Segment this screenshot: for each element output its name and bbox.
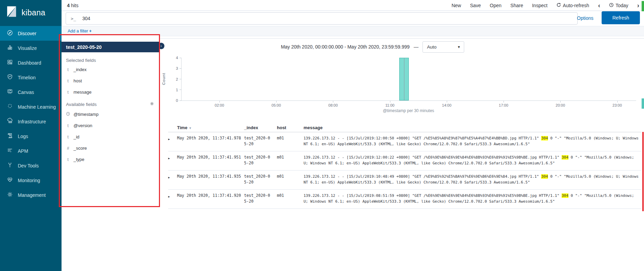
search-query-text: 304 — [82, 16, 90, 21]
chart-time-range: May 20th 2020, 00:00:00.000 - May 20th 2… — [281, 44, 410, 50]
sort-caret-icon: ▼ — [189, 126, 192, 130]
field-name: _id — [73, 134, 79, 139]
sidebar-item-canvas[interactable]: Canvas — [0, 85, 62, 99]
y-tick-label: 3 — [166, 66, 178, 70]
expand-row-button[interactable]: ▶ — [168, 154, 177, 161]
sidebar-item-label: Monitoring — [18, 178, 40, 183]
expand-row-button[interactable]: ▶ — [168, 174, 177, 180]
field-item-host[interactable]: thost — [62, 75, 159, 86]
cell-message: 139.226.173.12 - - [15/Jul/2019:08:51:59… — [304, 193, 641, 204]
sidebar-item-management[interactable]: Management — [0, 188, 62, 202]
sidebar-item-label: Canvas — [18, 90, 34, 95]
x-tick-mark — [219, 101, 220, 103]
table-row: ▶May 20th 2020, 11:37:41.920test_2020-05… — [168, 190, 641, 209]
x-axis-title: @timestamp per 30 minutes — [181, 108, 636, 113]
open-menu-item[interactable]: Open — [490, 3, 501, 8]
new-menu-item[interactable]: New — [452, 3, 461, 8]
gear-icon — [7, 191, 13, 199]
cell-time: May 20th 2020, 11:37:41.935 — [177, 174, 244, 179]
auto-refresh-button[interactable]: Auto-refresh — [556, 3, 589, 8]
nav-items: DiscoverVisualizeDashboardTimelionCanvas… — [0, 26, 62, 202]
message-before: 139.226.173.12 - - [15/Jul/2019:10:48:49… — [304, 174, 541, 179]
scroll-icon — [7, 133, 13, 140]
time-next-button[interactable]: › — [637, 2, 639, 9]
field-item-message[interactable]: tmessage — [62, 86, 159, 98]
cell-host: m01 — [277, 193, 304, 199]
compass-icon — [7, 30, 13, 37]
x-tick-mark — [504, 101, 504, 103]
x-tick-label: 20:00 — [550, 103, 571, 107]
time-prev-button[interactable]: ‹ — [598, 2, 600, 9]
cell-time: May 20th 2020, 11:37:41.951 — [177, 154, 244, 160]
save-menu-item[interactable]: Save — [470, 3, 481, 8]
x-tick-mark — [617, 101, 618, 103]
index-pattern-header[interactable]: test_2020-05-20 — [62, 42, 159, 52]
cell-host: m01 — [277, 135, 304, 141]
column-label: message — [304, 125, 323, 130]
search-input[interactable]: >_ 304 — [66, 12, 578, 25]
options-link[interactable]: Options — [577, 15, 593, 21]
field-item-type[interactable]: t_type — [62, 154, 159, 165]
query-bar-row: >_ 304 Options Refresh — [62, 11, 644, 26]
sidebar-item-dashboard[interactable]: Dashboard — [0, 55, 62, 70]
field-item-version[interactable]: t@version — [62, 120, 159, 131]
expand-row-button[interactable]: ▶ — [168, 193, 177, 200]
sidebar-item-visualize[interactable]: Visualize — [0, 41, 62, 55]
add-filter-link[interactable]: Add a filter+ — [68, 29, 92, 33]
column-header-time[interactable]: Time▼ — [177, 125, 244, 130]
column-label: _index — [244, 125, 258, 130]
sidebar-item-infrastructure[interactable]: Infrastructure — [0, 114, 62, 129]
sidebar-item-label: Infrastructure — [18, 119, 46, 124]
kibana-logo[interactable]: kibana — [0, 0, 62, 25]
y-tick-mark — [179, 68, 182, 69]
sidebar-item-label: Visualize — [18, 45, 37, 51]
column-label: Time — [177, 125, 187, 130]
y-tick-mark — [179, 58, 182, 58]
sidebar-item-machine-learning[interactable]: Machine Learning — [0, 99, 62, 114]
sidebar-item-dev-tools[interactable]: Dev Tools — [0, 158, 62, 173]
dots-circle-icon — [7, 103, 13, 110]
range-separator: — — [414, 44, 418, 50]
y-tick-label: 1 — [166, 88, 178, 92]
expand-row-button[interactable]: ▶ — [168, 135, 177, 142]
share-menu-item[interactable]: Share — [510, 3, 523, 8]
x-tick-mark — [447, 101, 447, 103]
kibana-logo-icon — [5, 5, 18, 20]
today-button[interactable]: Today — [609, 3, 628, 8]
sidebar-item-timelion[interactable]: Timelion — [0, 70, 62, 85]
sidebar-item-logs[interactable]: Logs — [0, 129, 62, 144]
kibana-logo-text: kibana — [22, 8, 45, 17]
field-item-index[interactable]: t_index — [62, 64, 159, 75]
fields-panel: test_2020-05-20 Selected fields t_indext… — [62, 36, 159, 165]
sidebar-item-discover[interactable]: Discover — [0, 26, 62, 41]
collapse-sidebar-button[interactable]: ‹ — [158, 43, 164, 49]
field-item-timestamp[interactable]: @timestamp — [62, 109, 159, 120]
cell-index: test_2020-05-20 — [244, 135, 277, 147]
interval-select[interactable]: Auto ▼ — [422, 41, 464, 53]
field-name: _index — [73, 67, 86, 72]
sidebar-item-monitoring[interactable]: Monitoring — [0, 173, 62, 188]
inspect-menu-item[interactable]: Inspect — [532, 3, 547, 8]
histogram-chart: 0123402:0005:0008:0011:0014:0017:0020:00… — [181, 58, 636, 101]
field-settings-gear-icon[interactable] — [150, 101, 154, 107]
field-item-id[interactable]: t_id — [62, 131, 159, 143]
sidebar-item-label: Dev Tools — [18, 163, 39, 168]
x-tick-label: 14:00 — [437, 103, 457, 107]
chevron-down-icon: ▼ — [457, 45, 460, 49]
plus-icon: + — [89, 29, 92, 33]
field-name: _score — [73, 146, 87, 151]
refresh-button[interactable]: Refresh — [602, 11, 640, 24]
sidebar-item-apm[interactable]: APM — [0, 144, 62, 158]
wrench-icon — [7, 162, 13, 169]
screen-edge-artifact-teal — [642, 98, 644, 109]
available-fields-label: Available fields — [66, 102, 97, 107]
top-menu: NewSaveOpenShareInspect Auto-refresh ‹ T… — [452, 2, 639, 9]
sidebar-item-label: Management — [18, 192, 46, 198]
hits-count: 4 hits — [67, 3, 78, 8]
y-tick-label: 0 — [166, 98, 178, 103]
histogram-bar[interactable] — [399, 58, 409, 100]
hits-value: 4 — [67, 3, 70, 8]
sidebar-item-label: Timelion — [18, 75, 36, 80]
message-highlight: 304 — [562, 155, 568, 160]
field-item-score[interactable]: #_score — [62, 143, 159, 154]
